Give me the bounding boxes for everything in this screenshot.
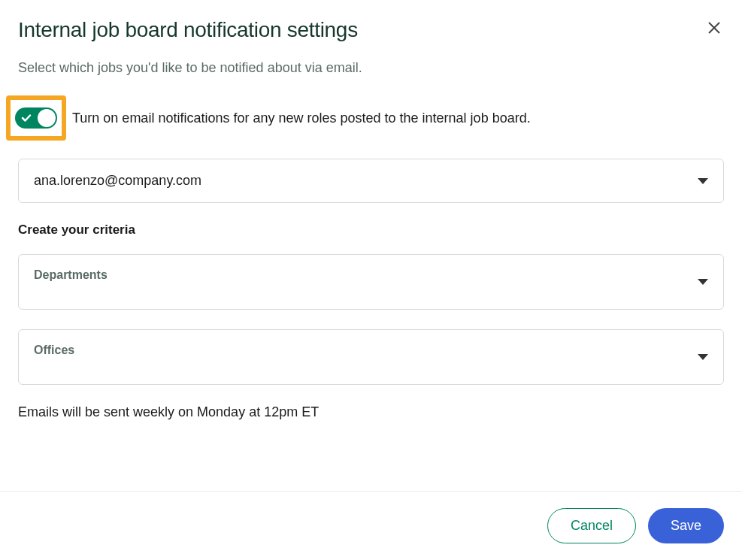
cancel-button[interactable]: Cancel bbox=[547, 508, 636, 543]
schedule-info: Emails will be sent weekly on Monday at … bbox=[18, 404, 724, 420]
email-select[interactable]: ana.lorenzo@company.com bbox=[18, 159, 724, 203]
dialog-description: Select which jobs you'd like to be notif… bbox=[18, 60, 724, 76]
criteria-heading: Create your criteria bbox=[18, 222, 724, 238]
toggle-highlight-box bbox=[6, 95, 66, 141]
dialog-header: Internal job board notification settings bbox=[18, 18, 724, 42]
caret-down-icon bbox=[698, 354, 708, 360]
checkmark-icon bbox=[21, 113, 32, 123]
save-button[interactable]: Save bbox=[648, 508, 724, 543]
caret-down-icon bbox=[698, 178, 708, 184]
dialog-title: Internal job board notification settings bbox=[18, 18, 358, 42]
offices-label: Offices bbox=[34, 344, 74, 356]
toggle-row: Turn on email notifications for any new … bbox=[6, 95, 724, 141]
caret-down-icon bbox=[698, 279, 708, 285]
toggle-knob bbox=[38, 109, 56, 127]
departments-label: Departments bbox=[34, 268, 108, 281]
close-icon bbox=[707, 21, 721, 37]
close-button[interactable] bbox=[704, 18, 724, 40]
offices-select[interactable]: Offices bbox=[18, 329, 724, 385]
email-select-value: ana.lorenzo@company.com bbox=[34, 173, 201, 189]
dialog-footer: Cancel Save bbox=[0, 491, 742, 560]
toggle-label: Turn on email notifications for any new … bbox=[72, 110, 531, 126]
notifications-toggle[interactable] bbox=[15, 107, 57, 129]
departments-select[interactable]: Departments bbox=[18, 254, 724, 310]
settings-dialog: Internal job board notification settings… bbox=[0, 0, 742, 420]
